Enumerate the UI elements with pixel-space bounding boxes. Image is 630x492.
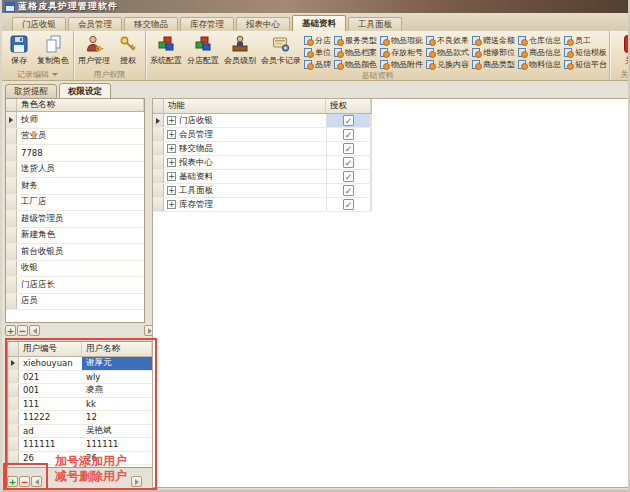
role-row[interactable]: 门店店长 [6, 277, 144, 294]
authorize-checkbox[interactable]: ✓ [343, 115, 354, 126]
item-item-archive[interactable]: 物品档案 [334, 47, 377, 58]
authorize-checkbox[interactable]: ✓ [343, 157, 354, 168]
sys-config-button[interactable]: 系统配置 [148, 33, 184, 67]
authorize-checkbox[interactable]: ✓ [343, 185, 354, 196]
item-warehouse-info[interactable]: 仓库信息 [518, 35, 561, 46]
prev-button[interactable] [31, 476, 42, 487]
item-employee[interactable]: 员工 [564, 35, 607, 46]
next-button[interactable] [131, 476, 142, 487]
item-exchange-content[interactable]: 兑换内容 [426, 59, 469, 70]
item-gift-amount[interactable]: 赠送金额 [472, 35, 515, 46]
item-item-accessory[interactable]: 物品附件 [380, 59, 423, 70]
item-item-style[interactable]: 物品款式 [426, 47, 469, 58]
user-name-header[interactable]: 用户名称 [82, 342, 152, 356]
user-id-header[interactable]: 用户编号 [19, 342, 82, 356]
close-button[interactable]: 关闭 [618, 33, 628, 67]
tab-transfer-items[interactable]: 移交物品 [124, 17, 178, 31]
authorize-checkbox[interactable]: ✓ [343, 129, 354, 140]
item-sms-template[interactable]: 短信模板 [564, 47, 607, 58]
item-icon [380, 60, 389, 69]
authorize-checkbox[interactable]: ✓ [343, 143, 354, 154]
role-row[interactable]: 财务 [6, 178, 144, 195]
grid-corner-cell [153, 99, 164, 113]
function-row[interactable]: +基础资料 ✓ [153, 170, 372, 184]
member-card-button[interactable]: 会员卡记录 [259, 33, 303, 67]
function-row[interactable]: +会员管理 ✓ [153, 128, 372, 142]
expand-icon[interactable]: + [167, 172, 176, 181]
item-item-defect[interactable]: 物品瑕疵 [380, 35, 423, 46]
item-icon [380, 48, 389, 57]
item-unit[interactable]: 单位 [304, 47, 331, 58]
remove-role-button[interactable]: − [17, 325, 28, 336]
remove-user-button[interactable]: − [19, 476, 30, 487]
save-button[interactable]: 保存 [4, 33, 34, 67]
item-material-info[interactable]: 物料信息 [518, 59, 561, 70]
role-row[interactable]: 前台收银员 [6, 244, 144, 261]
item-product-type[interactable]: 商品类型 [472, 59, 515, 70]
authorize-checkbox[interactable]: ✓ [343, 171, 354, 182]
role-row[interactable]: 营业员 [6, 129, 144, 146]
function-row[interactable]: +库存管理 ✓ [153, 198, 372, 212]
app-icon [5, 2, 15, 12]
user-row[interactable]: 111111111111 [8, 438, 152, 452]
user-row[interactable]: 1122212 [8, 411, 152, 425]
member-level-button[interactable]: 会员级别 [222, 33, 258, 67]
tab-member-manage[interactable]: 会员管理 [68, 17, 122, 31]
item-icon [334, 36, 343, 45]
expand-icon[interactable]: + [167, 186, 176, 195]
role-row[interactable]: 送货人员 [6, 162, 144, 179]
user-row[interactable]: xiehouyuan谢厚元 [8, 357, 152, 371]
expand-icon[interactable]: + [167, 200, 176, 209]
user-row[interactable]: 111kk [8, 398, 152, 412]
prev-button[interactable] [29, 325, 40, 336]
group-base-data: 系统配置 分店配置 会员级别 [146, 31, 610, 80]
item-sms-platform[interactable]: 短信平台 [564, 59, 607, 70]
item-repair-part[interactable]: 维修部位 [472, 47, 515, 58]
role-row[interactable]: 7788 [6, 145, 144, 162]
role-row[interactable]: 新建角色 [6, 228, 144, 245]
authorize-checkbox[interactable]: ✓ [343, 199, 354, 210]
function-row[interactable]: +报表中心 ✓ [153, 156, 372, 170]
item-bad-effect[interactable]: 不良效果 [426, 35, 469, 46]
function-row[interactable]: +门店收银 ✓ [153, 114, 372, 128]
tab-inventory[interactable]: 库存管理 [180, 17, 234, 31]
add-role-button[interactable]: + [5, 325, 16, 336]
user-row[interactable]: ad吴艳斌 [8, 425, 152, 439]
item-brand[interactable]: 品牌 [304, 59, 331, 70]
copy-role-button[interactable]: 复制角色 [35, 33, 71, 67]
role-row[interactable]: 超级管理员 [6, 211, 144, 228]
user-manage-button[interactable]: 用户管理 [76, 33, 112, 67]
tab-pickup-reminder[interactable]: 取货提醒 [5, 84, 57, 99]
tab-store-cashier[interactable]: 门店收银 [12, 17, 66, 31]
add-user-button[interactable]: + [7, 476, 18, 487]
dialog-launcher-icon[interactable] [52, 73, 58, 76]
expand-icon[interactable]: + [167, 130, 176, 139]
tab-base-data[interactable]: 基础资料 [292, 15, 346, 31]
authorize-header[interactable]: 授权 [326, 99, 371, 113]
role-row[interactable]: 店员 [6, 294, 144, 311]
grid-corner-cell [6, 99, 17, 111]
role-row[interactable]: 技师 [6, 112, 144, 129]
item-service-type[interactable]: 服务类型 [334, 35, 377, 46]
tab-permission-setting[interactable]: 权限设定 [59, 83, 111, 99]
expand-icon[interactable]: + [167, 144, 176, 153]
item-branch[interactable]: 分店 [304, 35, 331, 46]
branch-config-button[interactable]: 分店配置 [185, 33, 221, 67]
expand-icon[interactable]: + [167, 116, 176, 125]
item-cabinet-no[interactable]: 存放柜号 [380, 47, 423, 58]
function-header[interactable]: 功能 [164, 99, 326, 113]
function-row[interactable]: +工具面板 ✓ [153, 184, 372, 198]
function-row[interactable]: +移交物品 ✓ [153, 142, 372, 156]
user-row[interactable]: 021wly [8, 371, 152, 385]
role-row[interactable]: 工厂店 [6, 195, 144, 212]
user-grid: 用户编号 用户名称 xiehouyuan谢厚元 021wly 001凌燕 111… [7, 341, 153, 468]
tab-tool-panel[interactable]: 工具面板 [348, 17, 402, 31]
role-row[interactable]: 收银 [6, 261, 144, 278]
authorize-button[interactable]: 授权 [113, 33, 143, 67]
tab-reports[interactable]: 报表中心 [236, 17, 290, 31]
item-item-color[interactable]: 物品颜色 [334, 59, 377, 70]
role-name-header[interactable]: 角色名称 [17, 99, 144, 111]
user-row[interactable]: 001凌燕 [8, 384, 152, 398]
item-product-info[interactable]: 商品信息 [518, 47, 561, 58]
expand-icon[interactable]: + [167, 158, 176, 167]
